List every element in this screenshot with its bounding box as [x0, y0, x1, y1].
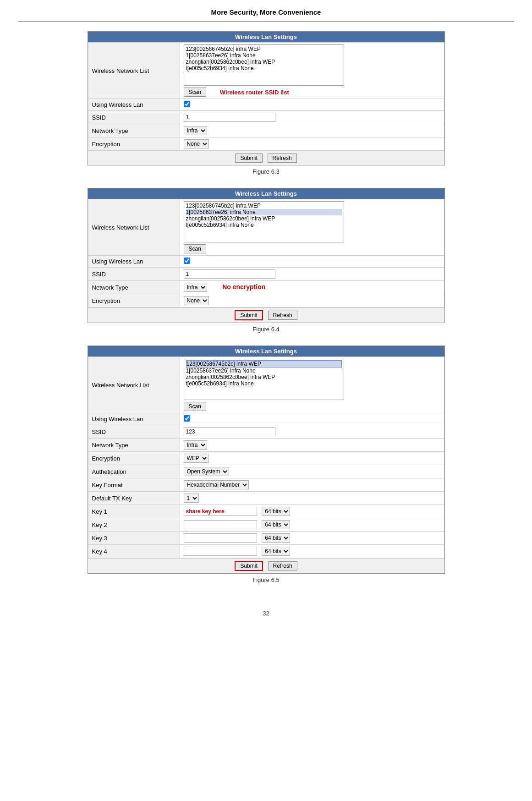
no-encryption-label: No encryption [222, 283, 265, 291]
encryption-select-3[interactable]: WEP [184, 454, 208, 463]
network-type-select-3[interactable]: Infra [184, 440, 207, 450]
network-type-label: Network Type [88, 124, 180, 137]
figure-6-5-container: Wireless Lan Settings Wireless Network L… [88, 346, 445, 592]
figure-6-3-container: Wireless Lan Settings Wireless Network L… [88, 31, 445, 183]
table-row: Using Wireless Lan [88, 99, 444, 111]
encryption-label: Encryption [88, 137, 180, 151]
network-type-select-1[interactable]: Infra [184, 126, 207, 135]
figure-6-4-button-row: Submit Refresh [88, 307, 444, 323]
encryption-label-3: Encryption [88, 452, 180, 465]
using-wireless-lan-checkbox-3[interactable] [184, 415, 190, 422]
scan-button-2[interactable]: Scan [184, 244, 206, 253]
table-row: Default TX Key 1 [88, 492, 444, 505]
key2-cell: 64 bits [180, 518, 444, 532]
using-wireless-lan-cell-3 [180, 413, 444, 425]
network-item[interactable]: t[e005c52b6934] infra None [186, 380, 342, 387]
network-item[interactable]: 1[00258637ee26] infra None [186, 368, 342, 374]
refresh-button-2[interactable]: Refresh [268, 311, 297, 320]
authentication-select[interactable]: Open System [184, 467, 229, 476]
table-row: Key Format Hexadecimal Number [88, 478, 444, 492]
figure-6-4-table: Wireless Network List 123[002586745b2c] … [88, 199, 444, 307]
key3-cell: 64 bits [180, 532, 444, 545]
table-row: Encryption WEP [88, 452, 444, 465]
table-row: Wireless Network List 123[002586745b2c] … [88, 357, 444, 413]
using-wireless-lan-checkbox[interactable] [184, 101, 190, 107]
network-item-selected-3[interactable]: 123[002586745b2c] infra WEP [186, 360, 342, 368]
encryption-label-2: Encryption [88, 294, 180, 307]
figure-6-5-header: Wireless Lan Settings [88, 346, 444, 357]
ssid-label-3: SSID [88, 425, 180, 439]
authentication-label: Authetication [88, 465, 180, 478]
key4-input[interactable] [184, 547, 257, 556]
key3-label: Key 3 [88, 532, 180, 545]
network-item[interactable]: 123[002586745b2c] infra WEP [186, 46, 342, 52]
figure-6-3-table: Wireless Network List 123[002586745b2c] … [88, 42, 444, 151]
encryption-select-2[interactable]: None [184, 296, 209, 305]
table-row: Key 4 64 bits [88, 545, 444, 558]
network-item[interactable]: zhonglian[0025862c0bee] infra WEP [186, 374, 342, 380]
key1-cell: 64 bits [180, 505, 444, 518]
table-row: Network Type Infra [88, 439, 444, 452]
key3-bits-select[interactable]: 64 bits [262, 533, 290, 543]
network-list-label-3: Wireless Network List [88, 357, 180, 413]
table-row: SSID [88, 425, 444, 439]
network-item[interactable]: t[e005c52b6934] infra None [186, 65, 342, 71]
ssid-input-2[interactable] [184, 269, 275, 279]
network-type-select-2[interactable]: Infra [184, 283, 207, 292]
submit-button-3[interactable]: Submit [235, 561, 263, 571]
scan-button-3[interactable]: Scan [184, 402, 206, 411]
key3-input[interactable] [184, 533, 257, 543]
encryption-cell: None [180, 137, 444, 151]
ssid-input-3[interactable] [184, 427, 275, 436]
network-item[interactable]: zhonglian[0025862c0bee] infra WEP [186, 59, 342, 65]
submit-button-1[interactable]: Submit [235, 154, 262, 163]
network-list-cell-3: 123[002586745b2c] infra WEP 1[00258637ee… [180, 357, 444, 413]
table-row: Encryption None [88, 137, 444, 151]
figure-6-3-button-row: Submit Refresh [88, 151, 444, 165]
default-tx-key-label: Default TX Key [88, 492, 180, 505]
network-item-selected[interactable]: 1[00258637ee26] infra None [186, 209, 342, 215]
table-row: Using Wireless Lan [88, 413, 444, 425]
submit-button-2[interactable]: Submit [235, 310, 263, 320]
network-type-cell-2: Infra No encryption [180, 281, 444, 294]
network-type-label-2: Network Type [88, 281, 180, 294]
table-row: Key 2 64 bits [88, 518, 444, 532]
figure-6-3-header: Wireless Lan Settings [88, 32, 444, 42]
ssid-label: SSID [88, 111, 180, 124]
network-list-box-3[interactable]: 123[002586745b2c] infra WEP 1[00258637ee… [184, 359, 344, 400]
key1-label: Key 1 [88, 505, 180, 518]
key4-cell: 64 bits [180, 545, 444, 558]
network-item[interactable]: zhonglian[0025862c0bee] infra WEP [186, 215, 342, 222]
network-list-box-2[interactable]: 123[002586745b2c] infra WEP 1[00258637ee… [184, 201, 344, 242]
network-type-cell: Infra [180, 124, 444, 137]
table-row: Key 3 64 bits [88, 532, 444, 545]
figure-6-5-button-row: Submit Refresh [88, 558, 444, 573]
network-item[interactable]: 1[00258637ee26] infra None [186, 52, 342, 59]
scan-button-1[interactable]: Scan [184, 88, 206, 97]
authentication-cell: Open System [180, 465, 444, 478]
key4-label: Key 4 [88, 545, 180, 558]
key1-bits-select[interactable]: 64 bits [262, 507, 290, 516]
encryption-select-1[interactable]: None [184, 139, 209, 148]
key-format-label: Key Format [88, 478, 180, 492]
figure-6-4-container: Wireless Lan Settings Wireless Network L… [88, 188, 445, 341]
refresh-button-1[interactable]: Refresh [268, 154, 297, 163]
using-wireless-lan-checkbox-2[interactable] [184, 258, 190, 264]
key2-bits-select[interactable]: 64 bits [262, 520, 290, 529]
figure-6-3-box: Wireless Lan Settings Wireless Network L… [88, 31, 445, 165]
default-tx-key-select[interactable]: 1 [184, 494, 199, 503]
ssid-input-1[interactable] [184, 113, 275, 122]
table-row: Authetication Open System [88, 465, 444, 478]
network-item[interactable]: 123[002586745b2c] infra WEP [186, 203, 342, 209]
key2-input[interactable] [184, 520, 257, 529]
refresh-button-3[interactable]: Refresh [268, 561, 297, 571]
network-list-box-1[interactable]: 123[002586745b2c] infra WEP 1[00258637ee… [184, 44, 344, 86]
key-format-select[interactable]: Hexadecimal Number [184, 480, 249, 489]
key4-bits-select[interactable]: 64 bits [262, 547, 290, 556]
table-row: Wireless Network List 123[002586745b2c] … [88, 43, 444, 99]
figure-6-4-caption: Figure 6.4 [88, 326, 445, 333]
key1-input[interactable] [184, 507, 257, 516]
table-row: Wireless Network List 123[002586745b2c] … [88, 199, 444, 256]
network-item[interactable]: t[e005c52b6934] infra None [186, 222, 342, 228]
table-row: Network Type Infra No encryption [88, 281, 444, 294]
